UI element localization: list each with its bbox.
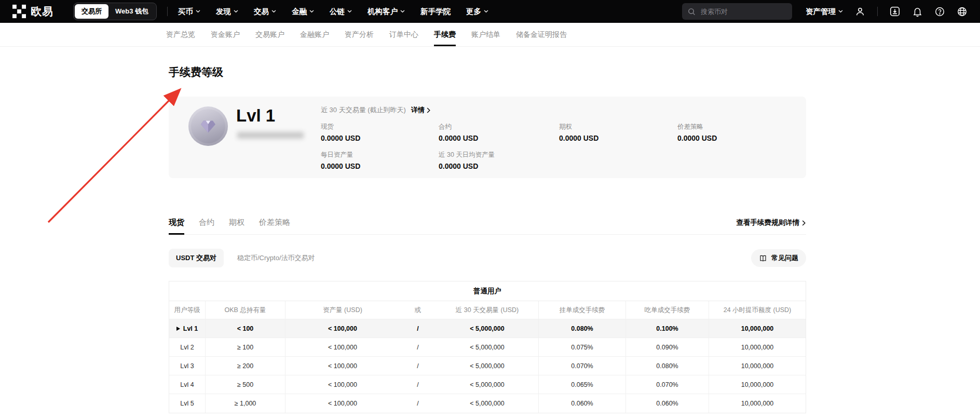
cell-okb: < 100 [206, 319, 285, 338]
cell-maker: 0.065% [539, 375, 626, 394]
product-toggle: 交易所 Web3 钱包 [73, 3, 157, 20]
stat-value: 0.0000 USD [559, 134, 677, 142]
cell-okb: ≥ 500 [206, 375, 285, 394]
help-button[interactable] [934, 6, 945, 17]
okx-logo-icon [12, 5, 26, 18]
nav-discover[interactable]: 发现 [216, 7, 238, 17]
subnav-trading-account[interactable]: 交易账户 [255, 23, 284, 46]
globe-icon [957, 6, 968, 17]
tab-spread[interactable]: 价差策略 [259, 218, 290, 234]
cell-limit: 10,000,000 [709, 319, 806, 338]
table-row-lvl5[interactable]: Lvl 5 ≥ 1,000 < 100,000 / < 5,000,000 0.… [169, 394, 806, 413]
cell-taker: 0.060% [626, 394, 709, 413]
stat-value: 0.0000 USD [439, 134, 559, 142]
subnav-funding-account[interactable]: 资金账户 [211, 23, 240, 46]
table-row-lvl3[interactable]: Lvl 3 ≥ 200 < 100,000 / < 5,000,000 0.07… [169, 357, 806, 375]
cell-level: Lvl 1 [169, 319, 206, 338]
volume-title: 近 30 天交易量 (截止到昨天) [321, 105, 406, 115]
nav-label: 更多 [466, 7, 481, 17]
chevron-down-icon [347, 10, 352, 13]
stat-label: 价差策略 [677, 123, 793, 131]
nav-academy[interactable]: 新手学院 [420, 7, 451, 17]
fee-rules-link[interactable]: 查看手续费规则详情 [737, 218, 807, 234]
asset-management-menu[interactable]: 资产管理 [806, 7, 843, 17]
nav-label: 发现 [216, 7, 231, 17]
cell-level: Lvl 5 [169, 394, 206, 413]
cell-taker: 0.080% [626, 357, 709, 375]
tab-options[interactable]: 期权 [229, 218, 244, 234]
level-badge [188, 106, 228, 146]
nav-label: 机构客户 [367, 7, 398, 17]
filter-usdt-pairs[interactable]: USDT 交易对 [169, 249, 224, 267]
cell-maker: 0.060% [539, 394, 626, 413]
divider [167, 7, 168, 16]
nav-finance[interactable]: 金融 [292, 7, 314, 17]
profile-button[interactable] [854, 6, 866, 17]
nav-more[interactable]: 更多 [466, 7, 488, 17]
cell-text: Lvl 1 [183, 325, 198, 332]
tab-web3-wallet[interactable]: Web3 钱包 [108, 4, 155, 19]
table-row-lvl4[interactable]: Lvl 4 ≥ 500 < 100,000 / < 5,000,000 0.06… [169, 375, 806, 394]
chevron-down-icon [234, 10, 238, 13]
okx-logo[interactable]: 欧易 [12, 4, 53, 19]
col-taker-fee: 吃单成交手续费 [626, 301, 709, 319]
col-maker-fee: 挂单成交手续费 [539, 301, 626, 319]
details-link[interactable]: 详情 [411, 105, 431, 115]
stat-label: 现货 [321, 123, 439, 131]
fee-table: 普通用户 用户等级 OKB 总持有量 资产量 (USD) 或 近 30 天交易量… [169, 281, 806, 413]
notifications-button[interactable] [912, 6, 923, 17]
tab-label: 期权 [229, 218, 244, 226]
col-30d-volume: 近 30 天交易量 (USD) [436, 301, 539, 319]
cell-or: / [400, 375, 436, 394]
cell-or: / [400, 319, 436, 338]
stat-options: 期权 0.0000 USD [559, 123, 677, 142]
subnav-fees[interactable]: 手续费 [434, 23, 456, 46]
masked-username [237, 132, 304, 139]
download-icon [889, 6, 901, 17]
subnav-label: 金融账户 [300, 30, 329, 39]
cell-okb: ≥ 200 [206, 357, 285, 375]
cell-volume: < 5,000,000 [436, 338, 539, 357]
subnav-account-statement[interactable]: 账户结单 [471, 23, 500, 46]
stat-spread: 价差策略 0.0000 USD [677, 123, 793, 142]
table-row-lvl1[interactable]: Lvl 1 < 100 < 100,000 / < 5,000,000 0.08… [169, 319, 806, 338]
tab-label: 价差策略 [259, 218, 290, 226]
language-button[interactable] [957, 6, 968, 17]
stat-label: 期权 [559, 123, 677, 131]
table-group-header: 普通用户 [169, 281, 806, 301]
stat-futures: 合约 0.0000 USD [439, 123, 559, 142]
subnav-label: 资产分析 [345, 30, 374, 39]
subnav-assets-overview[interactable]: 资产总览 [166, 23, 195, 46]
fee-rules-link-label: 查看手续费规则详情 [737, 218, 800, 227]
stat-value: 0.0000 USD [439, 162, 559, 170]
table-row-lvl2[interactable]: Lvl 2 ≥ 100 < 100,000 / < 5,000,000 0.07… [169, 338, 806, 357]
subnav-proof-of-reserves[interactable]: 储备金证明报告 [516, 23, 567, 46]
stat-avg-assets-30d: 近 30 天日均资产量 0.0000 USD [439, 151, 559, 170]
top-bar: 欧易 交易所 Web3 钱包 买币 发现 交易 金融 公链 机构客户 [0, 0, 980, 23]
divider [877, 7, 878, 16]
nav-trade[interactable]: 交易 [254, 7, 276, 17]
tab-spot[interactable]: 现货 [169, 218, 184, 234]
table-body: Lvl 1 < 100 < 100,000 / < 5,000,000 0.08… [169, 319, 806, 413]
nav-buy-crypto[interactable]: 买币 [178, 7, 200, 17]
tab-exchange[interactable]: 交易所 [75, 4, 108, 19]
download-app-button[interactable] [889, 6, 901, 17]
nav-label: 新手学院 [420, 7, 451, 17]
stat-value: 0.0000 USD [677, 134, 793, 142]
cell-limit: 10,000,000 [709, 357, 806, 375]
tab-futures[interactable]: 合约 [199, 218, 214, 234]
subnav-order-center[interactable]: 订单中心 [389, 23, 418, 46]
stat-label: 每日资产量 [321, 151, 439, 159]
subnav-asset-analysis[interactable]: 资产分析 [345, 23, 374, 46]
nav-public-chain[interactable]: 公链 [330, 7, 352, 17]
brand-name: 欧易 [31, 4, 53, 19]
search-input[interactable] [700, 7, 786, 16]
subnav-finance-account[interactable]: 金融账户 [300, 23, 329, 46]
level-label: Lvl 1 [236, 106, 275, 126]
faq-button[interactable]: 常见问题 [751, 249, 806, 267]
search-box[interactable] [682, 3, 792, 20]
nav-institutions[interactable]: 机构客户 [367, 7, 405, 17]
cell-volume: < 5,000,000 [436, 357, 539, 375]
filter-stable-crypto-fiat-pairs[interactable]: 稳定币/Crypto/法币交易对 [237, 253, 315, 263]
nav-label: 公链 [330, 7, 345, 17]
